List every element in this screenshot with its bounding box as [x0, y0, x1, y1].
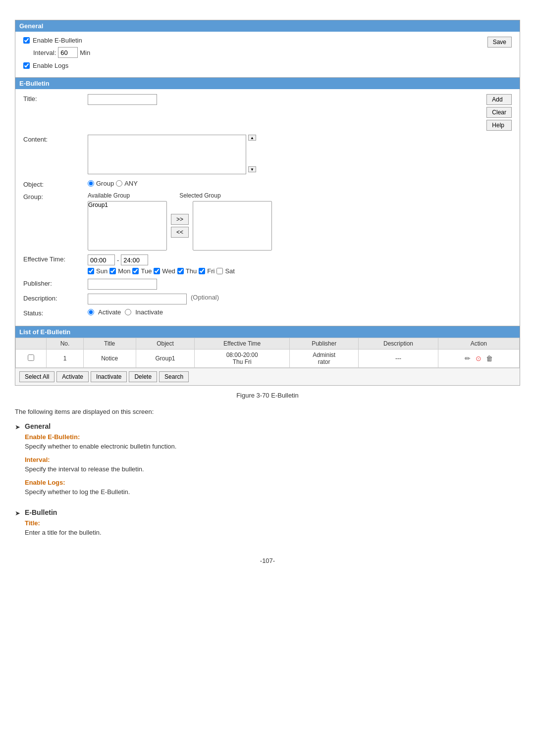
- selected-groups-list[interactable]: [193, 201, 272, 251]
- enable-logs-checkbox[interactable]: [23, 62, 30, 69]
- publisher-row: Publisher:: [23, 279, 512, 290]
- desc-ebulletin: ➤ E-Bulletin Title: Enter a title for th…: [15, 508, 520, 542]
- object-group-radio[interactable]: [88, 180, 94, 187]
- enable-logs-label: Enable Logs: [33, 62, 68, 69]
- add-button[interactable]: Add: [486, 94, 512, 105]
- inactivate-button[interactable]: Inactivate: [91, 371, 127, 382]
- title-field-name: Title:: [25, 519, 520, 527]
- save-button[interactable]: Save: [487, 37, 512, 48]
- mon-checkbox[interactable]: [109, 268, 116, 274]
- row-checkbox[interactable]: [28, 354, 34, 361]
- title-control: [88, 94, 482, 105]
- general-title: General: [19, 22, 43, 30]
- group-row: Group: Available Group Selected Group Gr…: [23, 192, 512, 251]
- table-header-row: No. Title Object Effective Time Publishe…: [16, 338, 520, 350]
- group-headers: Available Group Selected Group: [88, 192, 272, 199]
- content-row: Content: ▲ ▼: [23, 135, 512, 176]
- wed-checkbox[interactable]: [154, 268, 160, 274]
- title-field-text: Enter a title for the bulletin.: [25, 529, 520, 536]
- time-end-input[interactable]: [121, 254, 148, 265]
- delete-icon[interactable]: 🗑: [485, 354, 494, 363]
- interval-row: Interval: Min: [33, 47, 512, 58]
- description-field-label: Description:: [23, 294, 88, 302]
- table-row: 1 Notice Group1 08:00-20:00 Thu Fri Admi…: [16, 350, 520, 368]
- description-optional: (Optional): [191, 294, 219, 301]
- ebulletin-desc-title: E-Bulletin: [25, 508, 520, 516]
- enable-ebulletin-field-name: Enable E-Bulletin:: [25, 433, 520, 441]
- sat-checkbox[interactable]: [216, 268, 223, 274]
- activate-button[interactable]: Activate: [56, 371, 89, 382]
- effective-time-line2: Thu Fri: [199, 358, 285, 365]
- enable-ebulletin-label: Enable E-Bulletin: [33, 37, 82, 44]
- object-group-label: Group: [96, 180, 114, 187]
- available-group-header: Available Group: [88, 192, 130, 199]
- delete-button[interactable]: Delete: [129, 371, 157, 382]
- content-textarea[interactable]: [88, 135, 246, 174]
- interval-unit: Min: [80, 49, 90, 56]
- publisher-input[interactable]: [88, 279, 157, 290]
- help-button[interactable]: Help: [486, 120, 512, 131]
- title-input[interactable]: [88, 94, 157, 105]
- group-control: Available Group Selected Group Group1 >>…: [88, 192, 512, 251]
- scroll-up-btn[interactable]: ▲: [248, 135, 256, 141]
- col-object: Object: [136, 338, 195, 350]
- search-button[interactable]: Search: [159, 371, 189, 382]
- table-head: No. Title Object Effective Time Publishe…: [16, 338, 520, 350]
- save-area: Save: [487, 37, 512, 48]
- enable-logs-row: Enable Logs: [23, 62, 512, 69]
- time-start-input[interactable]: [88, 254, 115, 265]
- scroll-down-btn[interactable]: ▼: [248, 166, 256, 172]
- publisher-control: [88, 279, 512, 290]
- general-header: General: [15, 20, 520, 32]
- wed-label: Wed: [162, 267, 175, 275]
- move-right-button[interactable]: >>: [171, 214, 189, 225]
- select-all-button[interactable]: Select All: [19, 371, 54, 382]
- clear-button[interactable]: Clear: [486, 107, 512, 118]
- title-desc-field: Title: Enter a title for the bulletin.: [25, 519, 520, 536]
- move-left-button[interactable]: <<: [171, 227, 189, 238]
- row-no: 1: [47, 350, 83, 368]
- enable-ebulletin-checkbox[interactable]: [23, 37, 30, 44]
- col-effective-time: Effective Time: [195, 338, 290, 350]
- object-row: Object: Group ANY: [23, 180, 512, 188]
- group-label: Group:: [23, 192, 88, 201]
- col-title: Title: [83, 338, 136, 350]
- description-intro: The following items are displayed on thi…: [15, 408, 520, 415]
- col-no: No.: [47, 338, 83, 350]
- interval-input[interactable]: [58, 47, 78, 58]
- tue-checkbox[interactable]: [132, 268, 139, 274]
- available-groups-list[interactable]: Group1: [88, 201, 167, 251]
- time-separator: -: [117, 256, 119, 264]
- description-input[interactable]: [88, 294, 187, 304]
- row-effective-time: 08:00-20:00 Thu Fri: [195, 350, 290, 368]
- status-inactivate-radio[interactable]: [125, 309, 131, 315]
- circle-icon[interactable]: ⊙: [474, 354, 483, 363]
- sun-checkbox[interactable]: [88, 268, 94, 274]
- object-any-radio[interactable]: [116, 180, 122, 187]
- effective-time-control: - Sun Mon Tue Wed: [88, 254, 512, 275]
- enable-ebulletin-field: Enable E-Bulletin: Specify whether to en…: [25, 433, 520, 450]
- fri-checkbox[interactable]: [199, 268, 205, 274]
- status-label: Status:: [23, 308, 88, 317]
- table-buttons: Select All Activate Inactivate Delete Se…: [15, 368, 520, 385]
- description-control: (Optional): [88, 294, 512, 304]
- sat-label: Sat: [225, 267, 235, 275]
- publisher-label: Publisher:: [23, 279, 88, 287]
- tue-label: Tue: [141, 267, 152, 275]
- list-body: No. Title Object Effective Time Publishe…: [15, 338, 520, 385]
- enable-logs-field-text: Specify whether to log the E-Bulletin.: [25, 488, 520, 496]
- mon-label: Mon: [118, 267, 130, 275]
- status-activate-radio[interactable]: [88, 309, 94, 315]
- group1-option[interactable]: Group1: [88, 202, 166, 208]
- effective-time-line1: 08:00-20:00: [199, 352, 285, 358]
- col-action: Action: [438, 338, 519, 350]
- ebulletin-body: Title: Add Clear Help Content: ▲: [15, 89, 520, 326]
- page-number: -107-: [15, 557, 520, 564]
- title-label: Title:: [23, 94, 88, 102]
- general-desc-group: General Enable E-Bulletin: Specify wheth…: [25, 422, 520, 502]
- time-inputs: -: [88, 254, 235, 265]
- thu-checkbox[interactable]: [177, 268, 184, 274]
- publisher-line2: rator: [294, 358, 354, 365]
- edit-icon[interactable]: ✏: [463, 354, 472, 363]
- content-label: Content:: [23, 135, 88, 143]
